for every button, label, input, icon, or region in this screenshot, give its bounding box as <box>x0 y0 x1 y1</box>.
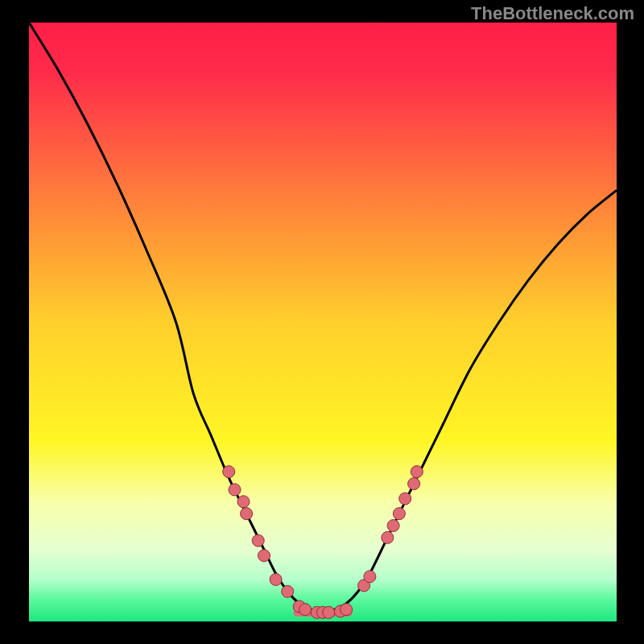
data-marker <box>258 550 270 562</box>
data-marker <box>411 466 423 478</box>
bottleneck-chart <box>29 23 617 621</box>
data-marker <box>241 508 253 520</box>
data-marker <box>270 573 282 585</box>
data-marker <box>237 496 250 508</box>
data-marker <box>282 585 294 597</box>
data-marker <box>387 519 399 531</box>
gradient-background <box>29 23 617 621</box>
data-marker <box>364 571 376 583</box>
data-marker <box>223 466 235 478</box>
watermark-text: TheBottleneck.com <box>471 3 634 24</box>
data-marker <box>382 531 394 543</box>
data-marker <box>229 484 241 496</box>
data-marker <box>341 604 353 616</box>
data-marker <box>252 535 264 547</box>
data-marker <box>299 604 312 616</box>
data-marker <box>393 508 405 520</box>
data-marker <box>323 606 335 618</box>
data-marker <box>399 493 411 505</box>
data-marker <box>408 477 420 489</box>
chart-svg <box>29 23 617 621</box>
